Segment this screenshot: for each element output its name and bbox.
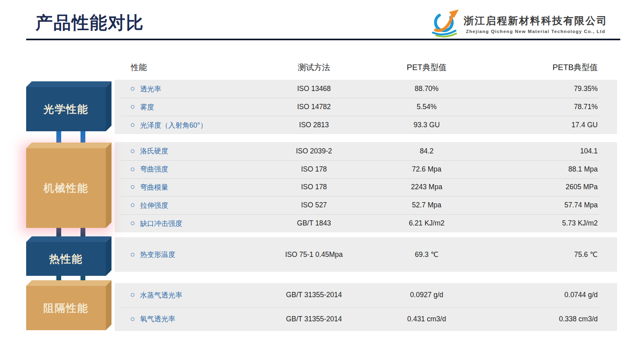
property-label: 弯曲强度	[140, 164, 168, 174]
petb-typical-value: 2605 MPa	[497, 183, 617, 191]
test-method-value: ISO 13468	[272, 85, 356, 93]
pet-typical-value: 52.7 Mpa	[356, 201, 497, 209]
property-label: 水蒸气透光率	[140, 290, 182, 300]
table-row: 雾度ISO 147825.54%78.71%	[115, 98, 617, 116]
table-row: 洛氏硬度ISO 2039-284.2104.1	[115, 142, 617, 160]
property-cell: 雾度	[115, 102, 272, 112]
property-cell: 光泽度（入射角60°）	[115, 120, 272, 130]
col-header-property: 性能	[115, 62, 272, 73]
table-group-panel: 洛氏硬度ISO 2039-284.2104.1弯曲强度ISO 17872.6 M…	[115, 142, 617, 232]
slide: 产品性能对比 浙江启程新材料科技有限公司 Zhejiang Qicheng Ne…	[0, 0, 644, 362]
pet-typical-value: 2243 Mpa	[356, 183, 497, 191]
petb-typical-value: 75.6 ℃	[497, 250, 617, 259]
pet-typical-value: 72.6 Mpa	[356, 165, 497, 174]
circle-bullet-icon	[131, 253, 134, 257]
table-row: 弯曲模量ISO 1782243 Mpa2605 MPa	[115, 178, 617, 197]
property-cell: 透光率	[115, 84, 272, 94]
company-name-block: 浙江启程新材料科技有限公司 Zhejiang Qicheng New Mater…	[464, 14, 608, 34]
pet-typical-value: 6.21 KJ/m2	[356, 219, 497, 228]
circle-bullet-icon	[131, 105, 134, 109]
pet-typical-value: 5.54%	[356, 103, 497, 111]
category-label: 热性能	[49, 252, 83, 266]
category-label: 光学性能	[43, 102, 89, 116]
circle-bullet-icon	[131, 317, 134, 321]
table-row: 光泽度（入射角60°）ISO 281393.3 GU17.4 GU	[115, 116, 617, 134]
table-row: 水蒸气透光率GB/T 31355-20140.0927 g/d0.0744 g/…	[115, 283, 617, 307]
table-row: 弯曲强度ISO 17872.6 Mpa88.1 Mpa	[115, 160, 617, 178]
category-box-optical: 光学性能	[26, 87, 106, 131]
circle-bullet-icon	[131, 221, 134, 225]
pet-typical-value: 0.0927 g/d	[356, 291, 497, 299]
property-cell: 弯曲模量	[115, 182, 272, 192]
table-row: 透光率ISO 1346888.70%79.35%	[115, 80, 617, 98]
petb-typical-value: 78.71%	[497, 103, 617, 111]
property-label: 洛氏硬度	[140, 146, 168, 156]
col-header-method: 测试方法	[272, 62, 356, 73]
company-name-cn: 浙江启程新材料科技有限公司	[464, 14, 608, 27]
circle-bullet-icon	[131, 293, 134, 297]
property-label: 缺口冲击强度	[140, 219, 182, 228]
test-method-value: ISO 527	[272, 201, 356, 209]
pet-typical-value: 0.431 cm3/d	[356, 315, 497, 323]
category-box-thermal: 热性能	[26, 242, 106, 276]
col-header-petb: PETB典型值	[497, 62, 617, 73]
table-group-panel: 透光率ISO 1346888.70%79.35%雾度ISO 147825.54%…	[115, 80, 617, 134]
table-group-panel: 水蒸气透光率GB/T 31355-20140.0927 g/d0.0744 g/…	[115, 283, 617, 331]
petb-typical-value: 0.338 cm3/d	[497, 315, 617, 323]
circle-bullet-icon	[131, 149, 134, 153]
property-label: 光泽度（入射角60°）	[140, 120, 207, 130]
property-label: 雾度	[140, 102, 154, 112]
petb-typical-value: 88.1 Mpa	[497, 165, 617, 174]
petb-typical-value: 0.0744 g/d	[497, 291, 617, 299]
pet-typical-value: 69.3 ℃	[356, 250, 497, 259]
test-method-value: GB/T 31355-2014	[272, 291, 356, 299]
petb-typical-value: 17.4 GU	[497, 121, 617, 129]
property-cell: 水蒸气透光率	[115, 290, 272, 300]
pet-typical-value: 88.70%	[356, 85, 497, 93]
circle-bullet-icon	[131, 123, 134, 127]
table-row: 缺口冲击强度GB/T 18436.21 KJ/m25.73 KJ/m2	[115, 214, 617, 232]
property-cell: 洛氏硬度	[115, 146, 272, 156]
test-method-value: ISO 2813	[272, 121, 356, 129]
pet-typical-value: 93.3 GU	[356, 121, 497, 129]
property-cell: 弯曲强度	[115, 164, 272, 174]
page-title: 产品性能对比	[35, 11, 144, 35]
table-row: 热变形温度ISO 75-1 0.45Mpa69.3 ℃75.6 ℃	[115, 237, 617, 272]
circle-bullet-icon	[131, 203, 134, 207]
table-header-row: 性能 测试方法 PET典型值 PETB典型值	[115, 60, 617, 74]
test-method-value: GB/T 31355-2014	[272, 315, 356, 323]
property-label: 透光率	[140, 84, 161, 94]
col-header-pet: PET典型值	[356, 62, 497, 73]
test-method-value: ISO 75-1 0.45Mpa	[272, 250, 356, 259]
category-label: 阻隔性能	[43, 301, 89, 315]
property-cell: 拉伸强度	[115, 201, 272, 210]
header-divider	[26, 39, 620, 40]
circle-bullet-icon	[131, 168, 134, 171]
test-method-value: ISO 178	[272, 165, 356, 174]
property-cell: 热变形温度	[115, 250, 272, 259]
table-row: 氧气透光率GB/T 31355-20140.431 cm3/d0.338 cm3…	[115, 307, 617, 331]
table-group-panel: 热变形温度ISO 75-1 0.45Mpa69.3 ℃75.6 ℃	[115, 237, 617, 272]
category-label: 机械性能	[43, 181, 89, 195]
test-method-value: ISO 2039-2	[272, 147, 356, 155]
company-logo-icon	[429, 8, 461, 39]
company-name-en: Zhejiang Qicheng New Material Technology…	[464, 29, 608, 34]
category-box-barrier: 阻隔性能	[26, 286, 106, 330]
company-logo: 浙江启程新材料科技有限公司 Zhejiang Qicheng New Mater…	[429, 8, 608, 39]
property-cell: 缺口冲击强度	[115, 219, 272, 228]
petb-typical-value: 5.73 KJ/m2	[497, 219, 617, 228]
property-label: 氧气透光率	[140, 314, 175, 324]
circle-bullet-icon	[131, 87, 134, 91]
petb-typical-value: 57.74 Mpa	[497, 201, 617, 209]
petb-typical-value: 79.35%	[497, 85, 617, 93]
test-method-value: ISO 14782	[272, 103, 356, 111]
test-method-value: GB/T 1843	[272, 219, 356, 228]
test-method-value: ISO 178	[272, 183, 356, 191]
category-box-mechanical: 机械性能	[26, 148, 106, 228]
property-cell: 氧气透光率	[115, 314, 272, 324]
property-label: 拉伸强度	[140, 201, 168, 210]
circle-bullet-icon	[131, 185, 134, 189]
pet-typical-value: 84.2	[356, 147, 497, 155]
petb-typical-value: 104.1	[497, 147, 617, 155]
property-label: 热变形温度	[140, 250, 175, 259]
